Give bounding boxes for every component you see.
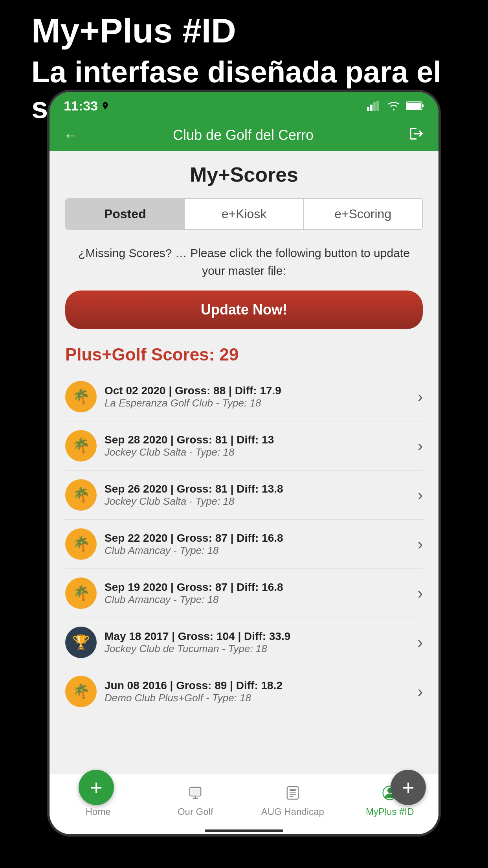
svg-rect-6 — [422, 104, 424, 107]
chevron-icon-6: › — [418, 683, 423, 701]
tab-scoring[interactable]: e+Scoring — [304, 199, 422, 229]
content-area: My+Scores Posted e+Kiosk e+Scoring ¿Miss… — [50, 151, 438, 774]
score-sub-1: Jockey Club Salta - Type: 18 — [105, 446, 410, 458]
score-sub-0: La Esperanza Golf Club - Type: 18 — [105, 397, 410, 409]
chevron-icon-1: › — [418, 437, 423, 455]
app-name: My+Plus #ID — [31, 12, 457, 50]
score-sub-4: Club Amancay - Type: 18 — [105, 594, 410, 606]
score-item-2[interactable]: 🌴 Sep 26 2020 | Gross: 81 | Diff: 13.8 J… — [65, 471, 423, 520]
score-main-4: Sep 19 2020 | Gross: 87 | Diff: 16.8 — [105, 581, 410, 594]
score-details-3: Sep 22 2020 | Gross: 87 | Diff: 16.8 Clu… — [105, 532, 410, 557]
nav-myplus-label: MyPlus #ID — [366, 806, 414, 817]
tab-posted[interactable]: Posted — [66, 199, 185, 229]
score-main-6: Jun 08 2016 | Gross: 89 | Diff: 18.2 — [105, 679, 410, 692]
score-main-0: Oct 02 2020 | Gross: 88 | Diff: 17.9 — [105, 384, 410, 397]
svg-rect-13 — [290, 792, 296, 793]
score-item-0[interactable]: 🌴 Oct 02 2020 | Gross: 88 | Diff: 17.9 L… — [65, 372, 423, 421]
logout-button[interactable] — [409, 126, 424, 145]
score-avatar-6: 🌴 — [65, 676, 97, 707]
status-icons — [367, 100, 424, 111]
phone-frame: 11:33 ← — [47, 90, 441, 837]
scores-header: Plus+Golf Scores: 29 — [65, 345, 423, 364]
chevron-icon-0: › — [418, 388, 423, 406]
page-title: My+Scores — [65, 163, 423, 186]
svg-rect-14 — [290, 794, 296, 795]
status-bar: 11:33 — [50, 92, 438, 120]
tab-kiosk[interactable]: e+Kiosk — [185, 199, 304, 229]
location-icon — [101, 101, 110, 110]
home-indicator — [50, 829, 438, 834]
score-avatar-1: 🌴 — [65, 430, 97, 462]
score-details-1: Sep 28 2020 | Gross: 81 | Diff: 13 Jocke… — [105, 434, 410, 458]
svg-rect-0 — [367, 107, 369, 111]
battery-icon — [406, 101, 424, 110]
tabs-container: Posted e+Kiosk e+Scoring — [65, 198, 423, 230]
status-time: 11:33 — [64, 98, 110, 114]
score-item-6[interactable]: 🌴 Jun 08 2016 | Gross: 89 | Diff: 18.2 D… — [65, 667, 423, 716]
nav-home-label: Home — [86, 806, 111, 817]
score-details-4: Sep 19 2020 | Gross: 87 | Diff: 16.8 Clu… — [105, 581, 410, 606]
score-sub-2: Jockey Club Salta - Type: 18 — [105, 495, 410, 508]
signal-icon — [367, 101, 381, 111]
score-avatar-0: 🌴 — [65, 381, 97, 412]
score-details-2: Sep 26 2020 | Gross: 81 | Diff: 13.8 Joc… — [105, 483, 410, 508]
score-details-0: Oct 02 2020 | Gross: 88 | Diff: 17.9 La … — [105, 384, 410, 409]
score-item-5[interactable]: 🏆 May 18 2017 | Gross: 104 | Diff: 33.9 … — [65, 618, 423, 667]
our-golf-icon — [188, 785, 203, 804]
chevron-icon-3: › — [418, 535, 423, 553]
nav-golf-label: Our Golf — [178, 806, 213, 817]
svg-rect-12 — [290, 789, 296, 791]
score-details-5: May 18 2017 | Gross: 104 | Diff: 33.9 Jo… — [105, 630, 410, 655]
score-item-4[interactable]: 🌴 Sep 19 2020 | Gross: 87 | Diff: 16.8 C… — [65, 569, 423, 618]
score-sub-5: Jockey Club de Tucuman - Type: 18 — [105, 643, 410, 655]
nav-bar: ← Club de Golf del Cerro — [50, 120, 438, 151]
score-list: 🌴 Oct 02 2020 | Gross: 88 | Diff: 17.9 L… — [65, 372, 423, 716]
score-item-1[interactable]: 🌴 Sep 28 2020 | Gross: 81 | Diff: 13 Joc… — [65, 421, 423, 471]
home-bar — [205, 829, 283, 832]
handicap-icon — [285, 785, 300, 804]
svg-rect-3 — [376, 101, 379, 111]
score-details-6: Jun 08 2016 | Gross: 89 | Diff: 18.2 Dem… — [105, 679, 410, 704]
wifi-icon — [387, 100, 401, 111]
score-avatar-5: 🏆 — [65, 627, 97, 658]
svg-rect-15 — [290, 796, 294, 797]
nav-title: Club de Golf del Cerro — [173, 127, 314, 143]
fab-green-button[interactable]: + — [79, 770, 114, 805]
svg-rect-8 — [191, 789, 200, 795]
score-sub-6: Demo Club Plus+Golf - Type: 18 — [105, 692, 410, 704]
score-main-2: Sep 26 2020 | Gross: 81 | Diff: 13.8 — [105, 483, 410, 495]
score-avatar-2: 🌴 — [65, 479, 97, 511]
score-main-3: Sep 22 2020 | Gross: 87 | Diff: 16.8 — [105, 532, 410, 544]
chevron-icon-5: › — [418, 634, 423, 651]
score-main-5: May 18 2017 | Gross: 104 | Diff: 33.9 — [105, 630, 410, 643]
fab-dark-button[interactable]: + — [391, 770, 426, 805]
time-text: 11:33 — [64, 98, 98, 114]
nav-handicap-label: AUG Handicap — [261, 806, 324, 817]
nav-our-golf[interactable]: Our Golf — [147, 785, 244, 817]
missing-scores-text: ¿Missing Scores? … Please click the foll… — [65, 244, 423, 280]
svg-rect-2 — [373, 102, 376, 111]
score-item-3[interactable]: 🌴 Sep 22 2020 | Gross: 87 | Diff: 16.8 C… — [65, 520, 423, 569]
chevron-icon-2: › — [418, 486, 423, 504]
svg-rect-1 — [370, 105, 372, 111]
svg-rect-5 — [407, 103, 421, 109]
back-button[interactable]: ← — [64, 127, 78, 143]
score-main-1: Sep 28 2020 | Gross: 81 | Diff: 13 — [105, 434, 410, 446]
nav-handicap[interactable]: AUG Handicap — [244, 785, 341, 817]
chevron-icon-4: › — [418, 585, 423, 602]
update-now-button[interactable]: Update Now! — [65, 291, 423, 329]
score-avatar-3: 🌴 — [65, 528, 97, 560]
score-avatar-4: 🌴 — [65, 577, 97, 609]
score-sub-3: Club Amancay - Type: 18 — [105, 544, 410, 557]
